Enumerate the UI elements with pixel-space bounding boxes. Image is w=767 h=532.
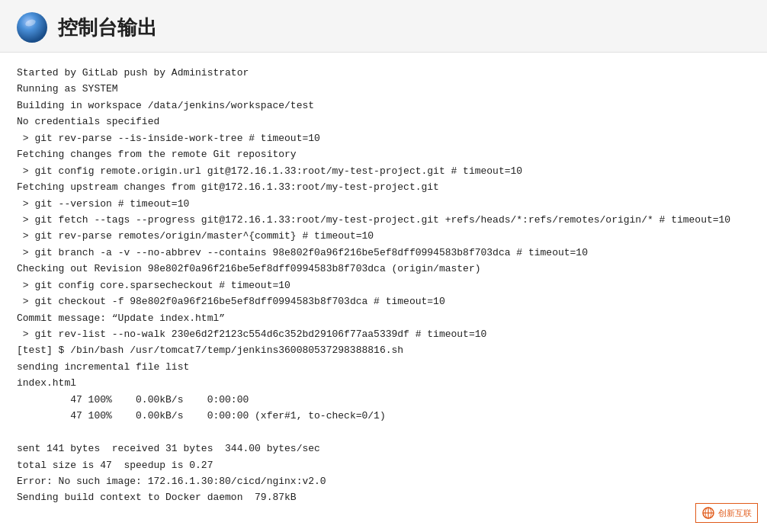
- watermark-text: 创新互联: [718, 508, 752, 519]
- console-header: 控制台输出: [0, 0, 767, 53]
- console-output: Started by GitLab push by Administrator …: [0, 53, 767, 518]
- page-container: 控制台输出 Started by GitLab push by Administ…: [0, 0, 767, 518]
- watermark: 创新互联: [695, 503, 758, 523]
- watermark-box: 创新互联: [695, 503, 758, 523]
- watermark-icon: [701, 506, 715, 520]
- console-ball-icon: [15, 11, 49, 44]
- svg-point-0: [17, 12, 47, 43]
- page-title: 控制台输出: [58, 14, 157, 41]
